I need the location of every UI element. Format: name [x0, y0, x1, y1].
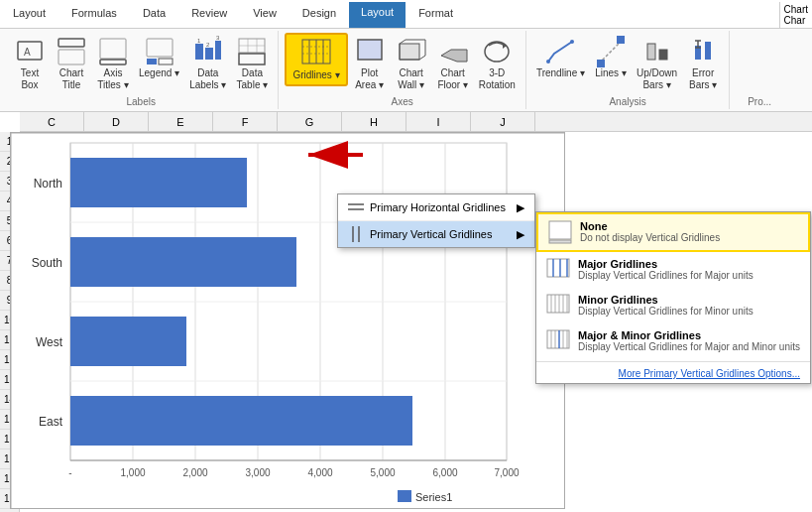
major-gridlines-title: Major Gridlines — [578, 258, 754, 270]
svg-text:A: A — [24, 47, 31, 58]
primary-horizontal-item[interactable]: Primary Horizontal Gridlines ▶ — [338, 194, 534, 221]
plot-area-label: PlotArea ▾ — [355, 67, 384, 91]
tab-layout-left[interactable]: Layout — [0, 2, 58, 28]
axis-titles-button[interactable]: AxisTitles ▾ — [93, 33, 133, 94]
data-labels-icon: 123 — [192, 36, 224, 67]
svg-rect-73 — [547, 259, 569, 277]
tab-data[interactable]: Data — [130, 2, 178, 28]
svg-text:5,000: 5,000 — [370, 467, 395, 478]
svg-text:2: 2 — [206, 42, 210, 48]
3d-rotation-label: 3-DRotation — [479, 67, 516, 91]
svg-text:6,000: 6,000 — [432, 467, 457, 478]
gridlines-button[interactable]: Gridlines ▾ — [285, 33, 347, 86]
col-header-i: I — [406, 112, 471, 131]
analysis-items: Trendline ▾ Lines ▾ Up/DownBars ▾ — [532, 33, 723, 94]
svg-rect-9 — [195, 44, 203, 60]
primary-horizontal-arrow: ▶ — [517, 201, 524, 214]
tab-review[interactable]: Review — [178, 2, 240, 28]
legend-button[interactable]: Legend ▾ — [135, 33, 183, 82]
axes-group-label: Axes — [392, 94, 413, 107]
trendline-button[interactable]: Trendline ▾ — [532, 33, 589, 82]
horizontal-gridlines-icon — [348, 199, 364, 215]
data-labels-label: DataLabels ▾ — [189, 67, 226, 91]
primary-vertical-item[interactable]: Primary Vertical Gridlines ▶ — [338, 221, 534, 247]
tab-design[interactable]: Design — [290, 2, 349, 28]
chart-wall-icon — [396, 36, 427, 67]
chart-title-label: ChartTitle — [59, 67, 83, 91]
gridlines-label: Gridlines ▾ — [292, 69, 339, 81]
major-gridlines-text: Major Gridlines Display Vertical Gridlin… — [578, 258, 754, 281]
none-gridlines-title: None — [580, 220, 720, 232]
major-minor-gridlines-item[interactable]: Major & Minor Gridlines Display Vertical… — [536, 323, 810, 359]
chart-wall-label: ChartWall ▾ — [398, 67, 424, 91]
lines-icon — [595, 36, 627, 67]
svg-rect-2 — [58, 39, 84, 47]
more-options-link[interactable]: More Primary Vertical Gridlines Options.… — [536, 364, 810, 383]
svg-text:-: - — [68, 467, 71, 478]
svg-rect-11 — [215, 41, 221, 60]
chart-floor-button[interactable]: ChartFloor ▾ — [433, 33, 473, 94]
label-west: West — [36, 335, 63, 349]
3d-rotation-button[interactable]: 3-DRotation — [475, 33, 520, 94]
legend-label: Series1 — [415, 491, 452, 503]
col-header-e: E — [149, 112, 213, 131]
primary-horizontal-label: Primary Horizontal Gridlines — [370, 201, 506, 213]
tab-layout[interactable]: Layout — [349, 2, 406, 28]
submenu-divider — [536, 361, 810, 362]
tab-format[interactable]: Format — [406, 2, 466, 28]
svg-text:3: 3 — [216, 36, 220, 41]
svg-text:3,000: 3,000 — [245, 467, 270, 478]
col-header-f: F — [213, 112, 278, 131]
data-table-button[interactable]: DataTable ▾ — [232, 33, 272, 94]
bar-north — [70, 158, 247, 207]
minor-gridlines-desc: Display Vertical Gridlines for Minor uni… — [578, 306, 754, 317]
svg-point-30 — [485, 42, 509, 62]
gridlines-dropdown: Primary Horizontal Gridlines ▶ Primary V… — [337, 193, 535, 248]
none-gridlines-item[interactable]: None Do not display Vertical Gridlines — [536, 212, 810, 252]
chart-title-button[interactable]: ChartTitle — [52, 33, 91, 94]
tab-formulas[interactable]: Formulas — [58, 2, 130, 28]
analysis-group-label: Analysis — [609, 94, 645, 107]
text-box-icon: A — [14, 36, 46, 67]
ribbon: Layout Formulas Data Review View Design … — [0, 0, 812, 112]
tab-view[interactable]: View — [240, 2, 290, 28]
red-arrow — [293, 130, 373, 182]
svg-rect-27 — [400, 44, 419, 60]
chart-label-2: Char — [784, 15, 808, 26]
svg-text:1: 1 — [197, 38, 201, 44]
svg-rect-26 — [358, 40, 382, 60]
axes-items: Gridlines ▾ PlotArea ▾ ChartWall ▾ — [285, 33, 520, 94]
chart-wall-button[interactable]: ChartWall ▾ — [392, 33, 431, 94]
svg-rect-34 — [597, 60, 605, 67]
none-gridlines-text: None Do not display Vertical Gridlines — [580, 220, 720, 243]
error-bars-button[interactable]: ErrorBars ▾ — [683, 33, 723, 94]
major-minor-gridlines-desc: Display Vertical Gridlines for Major and… — [578, 341, 800, 352]
none-gridlines-desc: Do not display Vertical Gridlines — [580, 232, 720, 243]
label-east: East — [39, 415, 63, 429]
svg-rect-35 — [617, 36, 625, 44]
chart-svg: North South West East - 1,000 2,000 3,00… — [11, 133, 565, 509]
submenu-container: None Do not display Vertical Gridlines M… — [535, 211, 811, 384]
error-bars-icon — [687, 36, 719, 67]
lines-button[interactable]: Lines ▾ — [591, 33, 631, 82]
text-box-button[interactable]: A TextBox — [10, 33, 50, 94]
major-minor-gridlines-title: Major & Minor Gridlines — [578, 329, 800, 341]
plot-area-button[interactable]: PlotArea ▾ — [350, 33, 390, 94]
bar-west — [70, 317, 186, 366]
updown-bars-button[interactable]: Up/DownBars ▾ — [633, 33, 681, 94]
vertical-gridlines-icon — [348, 226, 364, 242]
major-gridlines-item[interactable]: Major Gridlines Display Vertical Gridlin… — [536, 252, 810, 288]
minor-gridlines-item[interactable]: Minor Gridlines Display Vertical Gridlin… — [536, 288, 810, 323]
svg-point-32 — [570, 40, 574, 44]
labels-items: A TextBox ChartTitle AxisTitles ▾ — [10, 33, 272, 94]
svg-rect-5 — [100, 60, 126, 64]
group-properties: Pro... — [730, 31, 789, 109]
svg-rect-83 — [547, 330, 569, 348]
bar-south — [70, 237, 296, 287]
legend-icon — [144, 36, 175, 67]
col-header-h: H — [342, 112, 406, 131]
svg-rect-6 — [147, 39, 173, 57]
data-table-icon — [236, 36, 268, 67]
data-labels-button[interactable]: 123 DataLabels ▾ — [185, 33, 230, 94]
group-axes: Gridlines ▾ PlotArea ▾ ChartWall ▾ — [279, 31, 526, 109]
